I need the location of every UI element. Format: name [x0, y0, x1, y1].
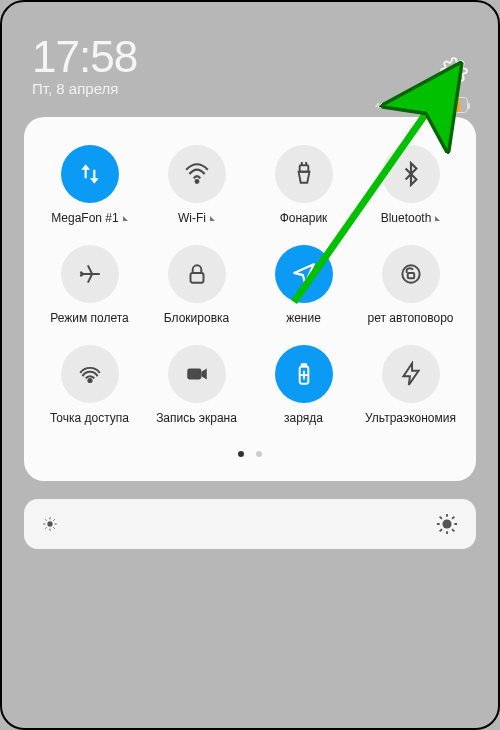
toggle-label: рет автоповоро: [367, 311, 453, 325]
toggle-battery-saver[interactable]: заряда: [250, 345, 357, 425]
plane-icon[interactable]: [61, 245, 119, 303]
quick-settings-panel: MegaFon #1Wi-FiФонарикBluetoothРежим пол…: [24, 117, 476, 481]
toggle-label: Ультраэкономия: [365, 411, 456, 425]
date: Пт, 8 апреля: [32, 80, 468, 97]
toggle-label: MegaFon #1: [51, 211, 127, 225]
chevron-down-icon[interactable]: [210, 216, 215, 221]
lock-icon[interactable]: [168, 245, 226, 303]
wifi-icon[interactable]: [168, 145, 226, 203]
flash-icon[interactable]: [275, 145, 333, 203]
svg-line-21: [45, 527, 46, 528]
chevron-down-icon[interactable]: [123, 216, 128, 221]
svg-line-20: [53, 527, 54, 528]
toggle-label: Запись экрана: [156, 411, 237, 425]
toggle-bluetooth[interactable]: Bluetooth: [357, 145, 464, 225]
svg-line-31: [452, 517, 454, 519]
svg-point-8: [88, 379, 91, 382]
toggle-label: жение: [286, 311, 321, 325]
nav-icon[interactable]: [275, 245, 333, 303]
brightness-high-icon: [436, 513, 458, 535]
signal-icon: [392, 99, 406, 111]
page-dot-0[interactable]: [238, 451, 244, 457]
toggle-wifi[interactable]: Wi-Fi: [143, 145, 250, 225]
toggle-label: Блокировка: [164, 311, 229, 325]
bolt-icon[interactable]: [382, 345, 440, 403]
clock: 17:58: [32, 32, 468, 82]
chevron-down-icon[interactable]: [435, 216, 440, 221]
svg-line-29: [452, 529, 454, 531]
page-indicator[interactable]: [36, 443, 464, 461]
hotspot-icon[interactable]: [61, 345, 119, 403]
toggle-location[interactable]: жение: [250, 245, 357, 325]
svg-line-30: [440, 529, 442, 531]
svg-point-0: [451, 68, 458, 75]
svg-rect-11: [301, 364, 305, 366]
wifi-status-icon: [412, 99, 428, 111]
toggle-label: Bluetooth: [381, 211, 441, 225]
rotate-icon[interactable]: [382, 245, 440, 303]
toggle-label: Wi-Fi: [178, 211, 215, 225]
svg-point-1: [195, 180, 198, 183]
page-dot-1[interactable]: [256, 451, 262, 457]
gear-icon[interactable]: [440, 57, 468, 85]
toggle-rotation-lock[interactable]: рет автоповоро: [357, 245, 464, 325]
svg-rect-9: [187, 369, 201, 380]
toggle-screen-record[interactable]: Запись экрана: [143, 345, 250, 425]
svg-rect-7: [407, 273, 414, 278]
battery-percent: 79: [435, 98, 460, 112]
brightness-low-icon: [42, 516, 58, 532]
svg-rect-2: [299, 165, 308, 172]
toggle-flashlight[interactable]: Фонарик: [250, 145, 357, 225]
toggle-label: Режим полета: [50, 311, 129, 325]
updown-icon[interactable]: [61, 145, 119, 203]
network-type-label: 4G: [375, 101, 386, 110]
toggle-airplane[interactable]: Режим полета: [36, 245, 143, 325]
toggle-label: заряда: [284, 411, 323, 425]
toggle-ultra-saver[interactable]: Ультраэкономия: [357, 345, 464, 425]
toggle-hotspot[interactable]: Точка доступа: [36, 345, 143, 425]
toggle-label: Точка доступа: [50, 411, 129, 425]
batt-icon[interactable]: [275, 345, 333, 403]
svg-line-28: [440, 517, 442, 519]
toggle-mobile-data[interactable]: MegaFon #1: [36, 145, 143, 225]
svg-point-23: [442, 519, 451, 528]
svg-point-14: [47, 521, 52, 526]
toggle-lock[interactable]: Блокировка: [143, 245, 250, 325]
brightness-slider[interactable]: [24, 499, 476, 549]
battery-icon: 79: [434, 97, 468, 113]
record-icon[interactable]: [168, 345, 226, 403]
bt-icon[interactable]: [382, 145, 440, 203]
svg-rect-5: [190, 273, 203, 283]
svg-line-22: [53, 519, 54, 520]
svg-line-19: [45, 519, 46, 520]
toggle-label: Фонарик: [280, 211, 328, 225]
